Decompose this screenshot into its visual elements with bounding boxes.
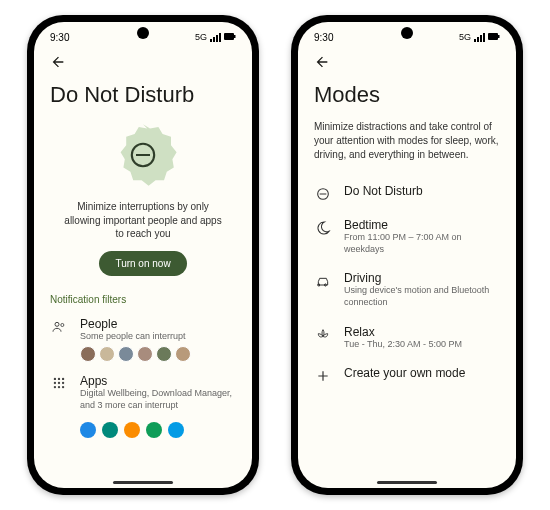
mode-subtitle: Using device's motion and Bluetooth conn… — [344, 285, 500, 308]
mode-title: Bedtime — [344, 218, 500, 232]
camera-cutout — [401, 27, 413, 39]
svg-rect-15 — [488, 33, 498, 40]
svg-rect-16 — [498, 35, 500, 38]
status-time: 9:30 — [50, 32, 69, 43]
dnd-badge-icon — [108, 120, 178, 190]
modes-description: Minimize distractions and take control o… — [314, 120, 500, 162]
people-title: People — [80, 317, 236, 331]
phone-modes: 9:30 5G Modes Minimize distractions and … — [291, 15, 523, 495]
mode-item-lotus[interactable]: RelaxTue - Thu, 2:30 AM - 5:00 PM — [314, 317, 500, 359]
filter-apps[interactable]: Apps Digital Wellbeing, Download Manager… — [50, 368, 236, 417]
svg-point-8 — [62, 378, 64, 380]
avatar — [175, 346, 191, 362]
back-button[interactable] — [48, 52, 68, 72]
avatar — [118, 346, 134, 362]
lotus-icon — [314, 327, 332, 343]
mode-title: Relax — [344, 325, 500, 339]
page-title: Do Not Disturb — [50, 82, 236, 108]
svg-point-9 — [54, 382, 56, 384]
plus-icon — [314, 368, 332, 384]
avatar — [80, 346, 96, 362]
status-network: 5G — [195, 32, 207, 42]
mode-item-plus[interactable]: Create your own mode — [314, 358, 500, 392]
mode-item-dnd[interactable]: Do Not Disturb — [314, 176, 500, 210]
avatar — [99, 346, 115, 362]
svg-point-14 — [62, 386, 64, 388]
svg-point-4 — [55, 322, 59, 326]
apps-title: Apps — [80, 374, 236, 388]
arrow-left-icon — [314, 54, 330, 70]
svg-rect-1 — [234, 35, 236, 38]
notification-filters-label: Notification filters — [50, 294, 236, 305]
app-icon — [80, 422, 96, 438]
dnd-hero-text: Minimize interruptions by only allowing … — [50, 200, 236, 241]
mode-item-moon[interactable]: BedtimeFrom 11:00 PM – 7:00 AM on weekda… — [314, 210, 500, 263]
status-network: 5G — [459, 32, 471, 42]
turn-on-button[interactable]: Turn on now — [99, 251, 186, 276]
filter-people[interactable]: People Some people can interrupt — [50, 311, 236, 369]
battery-icon — [224, 32, 236, 42]
apps-subtitle: Digital Wellbeing, Download Manager, and… — [80, 388, 236, 411]
dnd-icon — [314, 186, 332, 202]
signal-icon — [210, 33, 221, 42]
svg-point-6 — [54, 378, 56, 380]
phone-dnd: 9:30 5G Do Not Disturb — [27, 15, 259, 495]
people-icon — [50, 319, 68, 335]
app-icons-row — [50, 422, 236, 438]
svg-point-11 — [62, 382, 64, 384]
signal-icon — [474, 33, 485, 42]
app-icon — [124, 422, 140, 438]
mode-title: Do Not Disturb — [344, 184, 500, 198]
svg-point-5 — [61, 323, 64, 326]
dnd-hero: Minimize interruptions by only allowing … — [50, 120, 236, 284]
camera-cutout — [137, 27, 149, 39]
nav-handle[interactable] — [377, 481, 437, 484]
page-title: Modes — [314, 82, 500, 108]
avatar — [156, 346, 172, 362]
avatar — [137, 346, 153, 362]
app-icon — [146, 422, 162, 438]
mode-subtitle: Tue - Thu, 2:30 AM - 5:00 PM — [344, 339, 500, 351]
car-icon — [314, 273, 332, 289]
status-time: 9:30 — [314, 32, 333, 43]
moon-icon — [314, 220, 332, 236]
apps-grid-icon — [50, 376, 68, 390]
nav-handle[interactable] — [113, 481, 173, 484]
people-subtitle: Some people can interrupt — [80, 331, 236, 343]
mode-title: Driving — [344, 271, 500, 285]
mode-subtitle: From 11:00 PM – 7:00 AM on weekdays — [344, 232, 500, 255]
svg-point-10 — [58, 382, 60, 384]
arrow-left-icon — [50, 54, 66, 70]
svg-point-13 — [58, 386, 60, 388]
mode-item-car[interactable]: DrivingUsing device's motion and Bluetoo… — [314, 263, 500, 316]
svg-point-7 — [58, 378, 60, 380]
people-avatars — [80, 346, 236, 362]
battery-icon — [488, 32, 500, 42]
app-icon — [168, 422, 184, 438]
mode-title: Create your own mode — [344, 366, 500, 380]
back-button[interactable] — [312, 52, 332, 72]
svg-point-12 — [54, 386, 56, 388]
svg-rect-0 — [224, 33, 234, 40]
app-icon — [102, 422, 118, 438]
